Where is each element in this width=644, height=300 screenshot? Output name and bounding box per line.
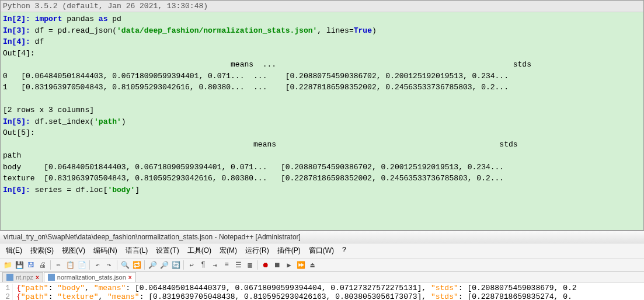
- separator-6: [257, 260, 258, 270]
- savemacro-icon[interactable]: ⏏: [307, 260, 318, 270]
- editor-line-2: 2{"path": "texture", "means": [0.8319639…: [2, 292, 642, 300]
- notepad-toolbar: 📁 💾 🖫 🖨 ✂ 📋 📄 ↶ ↷ 🔍 🔁 🔎 🔎 🔄 ↩ ¶ ⇥ ≡ ☰ ▦ …: [0, 259, 644, 272]
- separator-2: [89, 260, 90, 270]
- menu-help[interactable]: ?: [339, 245, 350, 257]
- file-icon: [48, 274, 55, 281]
- out-prompt-4: Out[4]:: [3, 49, 35, 58]
- tab-label-2: normalization_stats.json: [57, 274, 126, 281]
- open-icon[interactable]: 📁: [2, 260, 13, 270]
- out4-shape: [2 rows x 3 columns]: [3, 106, 94, 114]
- notepad-titlebar: virtual_try_on\SwapNet\data\deep_fashion…: [0, 231, 644, 243]
- close-icon[interactable]: ×: [36, 274, 39, 281]
- menu-search[interactable]: 搜索(S): [27, 245, 57, 257]
- out4-row1: 1 [0.831963970504843, 0.810595293042616,…: [3, 83, 509, 92]
- saveall-icon[interactable]: 🖫: [26, 260, 36, 270]
- python-console-pane: Python 3.5.2 (default, Jan 26 2021, 13:3…: [0, 0, 644, 231]
- menu-edit[interactable]: 辑(E): [2, 245, 26, 257]
- menu-language[interactable]: 语言(L): [122, 245, 152, 257]
- separator-1: [50, 260, 51, 270]
- editor-body[interactable]: 1{"path": "body", "means": [0.0648405018…: [0, 282, 644, 300]
- wordwrap-icon[interactable]: ↩: [186, 260, 197, 270]
- foldall-icon[interactable]: ≡: [221, 260, 232, 270]
- separator-5: [183, 260, 184, 270]
- kw-import: import: [35, 15, 62, 23]
- print-icon[interactable]: 🖨: [37, 260, 48, 270]
- tab-json[interactable]: normalization_stats.json ×: [44, 272, 136, 282]
- stop-icon[interactable]: ⏹: [272, 260, 283, 270]
- in-prompt-5: In[5]:: [3, 117, 30, 126]
- copy-icon[interactable]: 📋: [65, 260, 75, 270]
- zoomout-icon[interactable]: 🔎: [159, 260, 169, 270]
- zoomin-icon[interactable]: 🔎: [147, 260, 158, 270]
- menu-macro[interactable]: 宏(M): [216, 245, 241, 257]
- playmulti-icon[interactable]: ⏩: [295, 260, 306, 270]
- redo-icon[interactable]: ↷: [104, 260, 114, 270]
- menu-run[interactable]: 运行(R): [242, 245, 273, 257]
- menu-encoding[interactable]: 编码(N): [90, 245, 121, 257]
- in-prompt-3: In[3]:: [3, 26, 30, 35]
- menu-settings[interactable]: 设置(T): [152, 245, 182, 257]
- separator-4: [144, 260, 145, 270]
- tab-label-1: nt.npz: [16, 274, 33, 281]
- record-icon[interactable]: ⏺: [260, 260, 271, 270]
- separator-3: [117, 260, 117, 270]
- tab-bar: nt.npz × normalization_stats.json ×: [0, 272, 644, 282]
- menu-plugins[interactable]: 插件(P): [274, 245, 304, 257]
- close-icon[interactable]: ×: [128, 274, 132, 281]
- editor-line-1: 1{"path": "body", "means": [0.0648405018…: [2, 284, 642, 292]
- notepad-menubar: 辑(E) 搜索(S) 视图(V) 编码(N) 语言(L) 设置(T) 工具(O)…: [0, 243, 644, 259]
- out4-header: means ... stds: [3, 60, 531, 69]
- indent-icon[interactable]: ⇥: [210, 260, 220, 270]
- kw-as: as: [99, 15, 108, 23]
- paste-icon[interactable]: 📄: [76, 260, 87, 270]
- out5-rowtex: texture [0.831963970504843, 0.8105952930…: [3, 174, 504, 183]
- console-body[interactable]: In[2]: import pandas as pd In[3]: df = p…: [1, 12, 643, 197]
- in-prompt-2: In[2]:: [3, 15, 30, 23]
- docmap-icon[interactable]: ▦: [245, 260, 255, 270]
- menu-window[interactable]: 窗口(W): [305, 245, 337, 257]
- out5-rowbody: body [0.064840501844403, 0.0671809059939…: [3, 163, 504, 172]
- notepad-window: virtual_try_on\SwapNet\data\deep_fashion…: [0, 231, 644, 300]
- out4-row0: 0 [0.064840501844403, 0.0671809059939440…: [3, 72, 509, 81]
- allchars-icon[interactable]: ¶: [198, 260, 208, 270]
- play-icon[interactable]: ▶: [284, 260, 294, 270]
- menu-tools[interactable]: 工具(O): [184, 245, 215, 257]
- sync-icon[interactable]: 🔄: [170, 260, 181, 270]
- replace-icon[interactable]: 🔁: [131, 260, 142, 270]
- undo-icon[interactable]: ↶: [92, 260, 103, 270]
- out5-path: path: [3, 151, 21, 160]
- in-prompt-4: In[4]:: [3, 37, 30, 46]
- out-prompt-5: Out[5]:: [3, 128, 35, 137]
- find-icon[interactable]: 🔍: [120, 260, 130, 270]
- file-icon: [6, 274, 13, 281]
- save-icon[interactable]: 💾: [14, 260, 25, 270]
- in-prompt-6: In[6]:: [3, 186, 30, 194]
- unfoldall-icon[interactable]: ☰: [233, 260, 243, 270]
- tab-npz[interactable]: nt.npz ×: [2, 272, 43, 282]
- cut-icon[interactable]: ✂: [53, 260, 64, 270]
- out5-header: means stds: [3, 140, 518, 149]
- console-header: Python 3.5.2 (default, Jan 26 2021, 13:3…: [1, 1, 643, 12]
- menu-view[interactable]: 视图(V): [58, 245, 89, 257]
